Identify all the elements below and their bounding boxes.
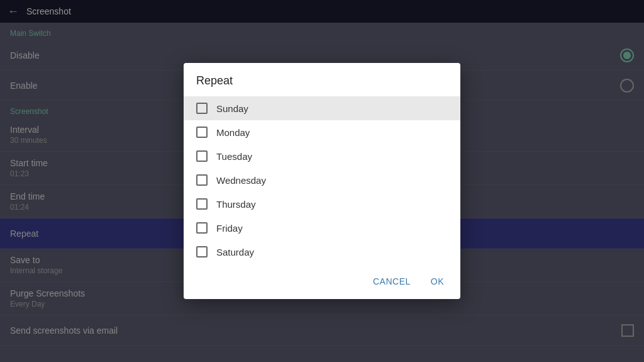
day-tuesday-checkbox[interactable] xyxy=(196,150,208,162)
day-friday-checkbox[interactable] xyxy=(196,222,208,234)
day-monday-item[interactable]: Monday xyxy=(184,120,460,144)
day-saturday-label: Saturday xyxy=(216,247,254,257)
dialog-overlay: Repeat Sunday Monday Tuesday Wednesday xyxy=(0,0,644,362)
day-wednesday-checkbox[interactable] xyxy=(196,174,208,186)
day-friday-label: Friday xyxy=(216,223,243,234)
day-wednesday-label: Wednesday xyxy=(216,175,266,186)
day-monday-checkbox[interactable] xyxy=(196,127,208,138)
ok-button[interactable]: OK xyxy=(422,271,453,291)
day-saturday-checkbox[interactable] xyxy=(196,246,208,257)
dialog-items: Sunday Monday Tuesday Wednesday Thursday xyxy=(184,94,460,266)
day-thursday-checkbox[interactable] xyxy=(196,198,208,210)
day-sunday-label: Sunday xyxy=(216,103,248,114)
dialog-title: Repeat xyxy=(184,63,460,94)
day-monday-label: Monday xyxy=(216,127,250,138)
day-sunday-checkbox[interactable] xyxy=(196,103,208,114)
repeat-dialog: Repeat Sunday Monday Tuesday Wednesday xyxy=(184,63,460,299)
day-sunday-item[interactable]: Sunday xyxy=(184,96,460,120)
day-tuesday-label: Tuesday xyxy=(216,151,252,162)
day-saturday-item[interactable]: Saturday xyxy=(184,240,460,264)
day-friday-item[interactable]: Friday xyxy=(184,216,460,240)
cancel-button[interactable]: CANCEL xyxy=(364,271,419,291)
day-thursday-label: Thursday xyxy=(216,199,256,210)
day-thursday-item[interactable]: Thursday xyxy=(184,192,460,216)
dialog-actions: CANCEL OK xyxy=(184,266,460,299)
day-wednesday-item[interactable]: Wednesday xyxy=(184,168,460,192)
day-tuesday-item[interactable]: Tuesday xyxy=(184,144,460,168)
